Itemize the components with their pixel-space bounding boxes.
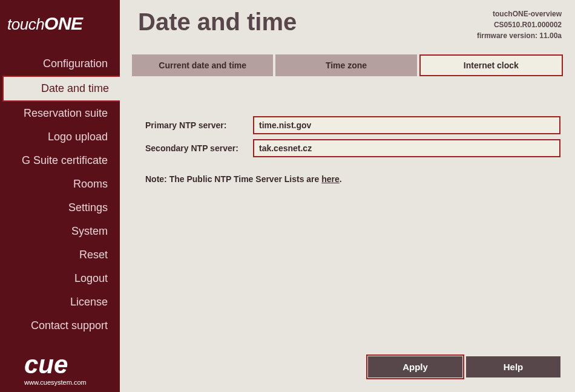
product-name: touchONE-overview xyxy=(477,8,562,19)
secondary-ntp-input[interactable] xyxy=(253,139,560,157)
nav-reservation-suite[interactable]: Reservation suite xyxy=(0,102,120,125)
header-info: touchONE-overview CS0510.R01.000002 firm… xyxy=(477,8,562,41)
main-content: Date and time touchONE-overview CS0510.R… xyxy=(120,0,575,392)
primary-ntp-label: Primary NTP server: xyxy=(145,120,253,130)
note-suffix: . xyxy=(340,174,342,184)
tab-bar: Current date and time Time zone Internet… xyxy=(120,54,575,76)
secondary-ntp-label: Secondary NTP server: xyxy=(145,143,253,153)
nav-rooms[interactable]: Rooms xyxy=(0,172,120,196)
sidebar: touchONE Configuration Date and time Res… xyxy=(0,0,120,392)
help-button[interactable]: Help xyxy=(466,356,560,377)
primary-ntp-row: Primary NTP server: xyxy=(145,116,560,134)
firmware-version: firmware version: 11.00a xyxy=(477,30,562,41)
ntp-note: Note: The Public NTP Time Server Lists a… xyxy=(145,174,560,184)
nav-logo-upload[interactable]: Logo upload xyxy=(0,125,120,149)
note-prefix: Note: The Public NTP Time Server Lists a… xyxy=(145,174,321,184)
logo-one: ONE xyxy=(44,13,83,33)
logo-touch: touch xyxy=(7,15,44,33)
nav-g-suite-certificate[interactable]: G Suite certificate xyxy=(0,149,120,172)
footer-brand: cue xyxy=(24,352,113,377)
footer-branding: cue www.cuesystem.com xyxy=(0,340,120,392)
nav-configuration[interactable]: Configuration xyxy=(0,52,120,76)
footer-url[interactable]: www.cuesystem.com xyxy=(24,379,113,386)
nav-system[interactable]: System xyxy=(0,220,120,243)
button-row: Apply Help xyxy=(120,356,575,392)
tab-content: Primary NTP server: Secondary NTP server… xyxy=(120,76,575,356)
note-link[interactable]: here xyxy=(321,174,340,184)
apply-button[interactable]: Apply xyxy=(368,356,462,377)
tab-time-zone[interactable]: Time zone xyxy=(275,54,416,76)
tab-internet-clock[interactable]: Internet clock xyxy=(419,54,563,76)
tab-current-date-time[interactable]: Current date and time xyxy=(132,54,273,76)
nav-logout[interactable]: Logout xyxy=(0,267,120,290)
nav-settings[interactable]: Settings xyxy=(0,196,120,220)
nav-reset[interactable]: Reset xyxy=(0,243,120,267)
nav-license[interactable]: License xyxy=(0,290,120,314)
secondary-ntp-row: Secondary NTP server: xyxy=(145,139,560,157)
page-title: Date and time xyxy=(138,8,297,36)
nav-menu: Configuration Date and time Reservation … xyxy=(0,52,120,340)
primary-ntp-input[interactable] xyxy=(253,116,560,134)
serial-number: CS0510.R01.000002 xyxy=(477,19,562,30)
header: Date and time touchONE-overview CS0510.R… xyxy=(120,0,575,52)
brand-logo: touchONE xyxy=(0,0,120,52)
nav-date-and-time[interactable]: Date and time xyxy=(2,76,120,102)
nav-contact-support[interactable]: Contact support xyxy=(0,314,120,338)
